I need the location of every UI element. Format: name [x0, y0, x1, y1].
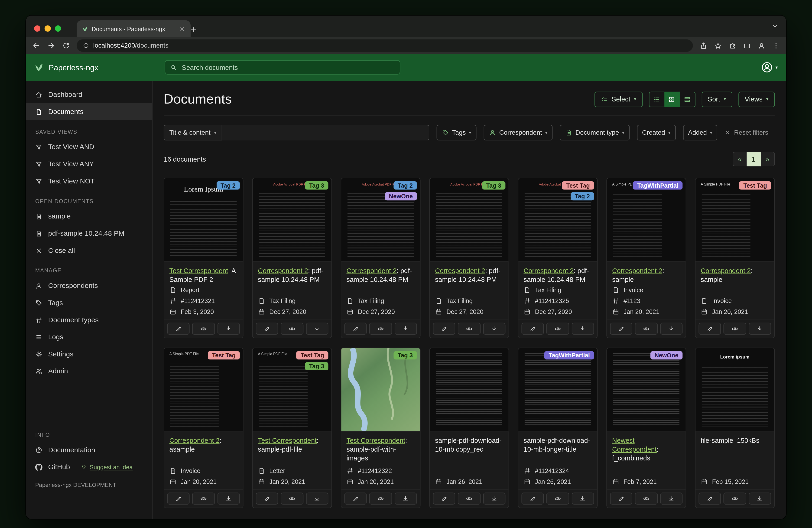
edit-document-button[interactable]: [698, 323, 721, 334]
edit-document-button[interactable]: [345, 493, 367, 504]
edit-document-button[interactable]: [168, 493, 190, 504]
view-document-button[interactable]: [192, 493, 215, 504]
brand[interactable]: Paperless-ngx: [34, 62, 98, 73]
download-document-button[interactable]: [660, 323, 683, 334]
view-list-button[interactable]: [649, 91, 664, 107]
sidebar-item-documents[interactable]: Documents: [26, 103, 152, 120]
correspondent-link[interactable]: Correspondent 2: [523, 267, 574, 274]
side-panel-icon[interactable]: [743, 42, 751, 49]
edit-document-button[interactable]: [610, 323, 633, 334]
view-details-button[interactable]: [680, 91, 695, 107]
correspondent-link[interactable]: Correspondent 2: [346, 267, 396, 274]
added-filter-button[interactable]: Added ▾: [683, 125, 717, 141]
sidebar-item-test-view-and[interactable]: Test View AND: [26, 138, 152, 156]
document-thumbnail[interactable]: Adobe Acrobat PDF FilesTest TagTag 2: [518, 178, 597, 261]
share-icon[interactable]: [700, 42, 707, 49]
sidebar-item-dashboard[interactable]: Dashboard: [26, 86, 152, 103]
sidebar-item-settings[interactable]: Settings: [26, 345, 152, 363]
tag-badge[interactable]: NewOne: [385, 192, 417, 201]
tag-badge[interactable]: Test Tag: [739, 181, 771, 190]
edit-document-button[interactable]: [256, 323, 278, 334]
view-document-button[interactable]: [192, 323, 215, 334]
correspondent-link[interactable]: Correspondent 2: [612, 267, 662, 274]
sidebar-item-admin[interactable]: Admin: [26, 363, 152, 380]
document-thumbnail[interactable]: A Simple PDF FileTest Tag: [164, 348, 243, 431]
sidebar-item-correspondents[interactable]: Correspondents: [26, 277, 152, 295]
document-thumbnail[interactable]: A Simple PDF FileTest TagTag 3: [253, 348, 332, 431]
view-document-button[interactable]: [281, 323, 303, 334]
view-document-button[interactable]: [369, 323, 392, 334]
site-info-icon[interactable]: [83, 42, 89, 49]
correspondent-link[interactable]: Correspondent 2: [170, 437, 220, 444]
tag-badge[interactable]: Test Tag: [208, 351, 240, 360]
extensions-icon[interactable]: [729, 42, 736, 49]
browser-menu-icon[interactable]: [772, 42, 780, 49]
edit-document-button[interactable]: [610, 493, 633, 504]
download-document-button[interactable]: [306, 493, 329, 504]
view-document-button[interactable]: [281, 493, 303, 504]
document-thumbnail[interactable]: Tag 3: [341, 348, 420, 431]
download-document-button[interactable]: [660, 493, 683, 504]
download-document-button[interactable]: [217, 323, 240, 334]
tag-badge[interactable]: Tag 3: [305, 362, 329, 370]
browser-tab[interactable]: Documents - Paperless-ngx: [77, 20, 191, 38]
sort-button[interactable]: Sort ▾: [701, 91, 732, 107]
sidebar-item-tags[interactable]: Tags: [26, 294, 152, 311]
document-thumbnail[interactable]: [430, 348, 509, 431]
edit-document-button[interactable]: [433, 493, 455, 504]
sidebar-item-document-types[interactable]: Document types: [26, 311, 152, 329]
document-thumbnail[interactable]: Adobe Acrobat PDF FilesTag 3: [430, 178, 509, 261]
correspondent-link[interactable]: Test Correspondent: [258, 437, 317, 444]
edit-document-button[interactable]: [256, 493, 278, 504]
tag-badge[interactable]: Tag 2: [570, 192, 594, 201]
search-input[interactable]: [181, 63, 395, 72]
title-content-dropdown[interactable]: Title & content ▾: [164, 125, 222, 141]
sidebar-item-documentation[interactable]: Documentation: [26, 441, 152, 459]
edit-document-button[interactable]: [345, 323, 367, 334]
reload-icon[interactable]: [62, 42, 70, 49]
download-document-button[interactable]: [306, 323, 329, 334]
download-document-button[interactable]: [394, 323, 417, 334]
edit-document-button[interactable]: [433, 323, 455, 334]
window-close-button[interactable]: [34, 25, 40, 32]
sidebar-item-test-view-not[interactable]: Test View NOT: [26, 172, 152, 190]
pagination-page-1[interactable]: 1: [747, 152, 761, 166]
download-document-button[interactable]: [571, 323, 594, 334]
sidebar-item-open-doc-pdf-sample[interactable]: pdf-sample 10.24.48 PM: [26, 225, 152, 242]
filter-text-input[interactable]: [222, 125, 429, 141]
document-thumbnail[interactable]: A Simple PDF FileTest Tag: [695, 178, 774, 261]
view-document-button[interactable]: [724, 323, 746, 334]
back-icon[interactable]: [32, 41, 40, 50]
correspondent-link[interactable]: Correspondent 2: [700, 267, 751, 274]
tag-badge[interactable]: Tag 3: [393, 351, 417, 360]
view-document-button[interactable]: [724, 493, 746, 504]
tag-badge[interactable]: Test Tag: [562, 181, 594, 190]
document-thumbnail[interactable]: Adobe Acrobat PDF FilesTag 3: [253, 178, 332, 261]
new-tab-button[interactable]: [190, 26, 197, 34]
correspondent-link[interactable]: Correspondent 2: [258, 267, 308, 274]
document-thumbnail[interactable]: TagWithPartial: [518, 348, 597, 431]
tag-badge[interactable]: TagWithPartial: [633, 181, 682, 190]
views-button[interactable]: Views ▾: [738, 91, 774, 107]
download-document-button[interactable]: [749, 323, 771, 334]
bookmark-star-icon[interactable]: [714, 42, 722, 49]
edit-document-button[interactable]: [522, 323, 544, 334]
edit-document-button[interactable]: [698, 493, 721, 504]
document-type-filter-button[interactable]: Document type ▾: [560, 125, 629, 141]
sidebar-item-github[interactable]: GitHub Suggest an idea: [26, 458, 152, 475]
document-thumbnail[interactable]: A Simple PDF FileTagWithPartial: [607, 178, 686, 261]
suggest-idea-link[interactable]: Suggest an idea: [81, 464, 133, 470]
tags-filter-button[interactable]: Tags ▾: [437, 125, 477, 141]
browser-profile-icon[interactable]: [758, 42, 765, 49]
window-zoom-button[interactable]: [55, 25, 61, 32]
view-document-button[interactable]: [635, 323, 658, 334]
select-button[interactable]: Select ▾: [594, 91, 642, 107]
document-thumbnail[interactable]: Lorem ipsum: [695, 348, 774, 431]
view-document-button[interactable]: [635, 493, 658, 504]
tag-badge[interactable]: Tag 2: [216, 181, 240, 190]
correspondent-link[interactable]: Test Correspondent: [170, 267, 228, 274]
correspondent-link[interactable]: Test Correspondent: [346, 437, 405, 444]
created-filter-button[interactable]: Created ▾: [637, 125, 676, 141]
view-document-button[interactable]: [369, 493, 392, 504]
download-document-button[interactable]: [749, 493, 771, 504]
